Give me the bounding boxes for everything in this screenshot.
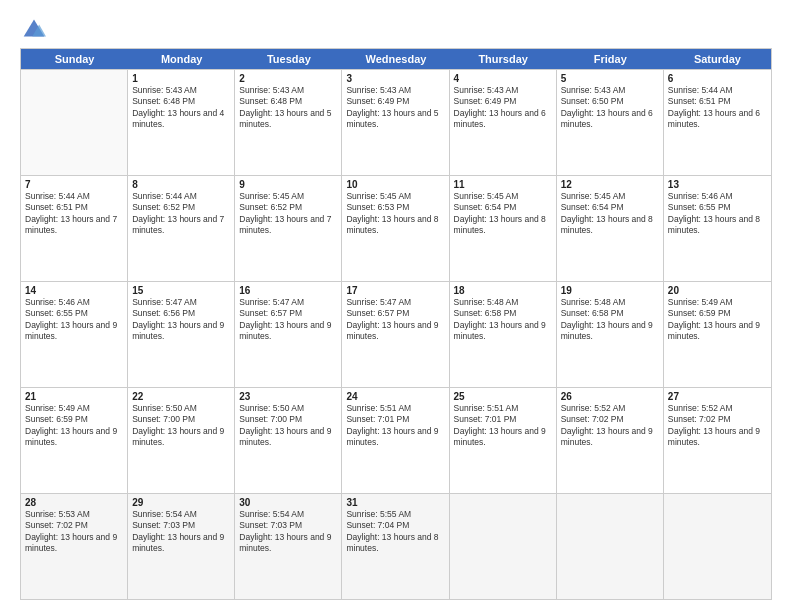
calendar-cell: 6Sunrise: 5:44 AMSunset: 6:51 PMDaylight… (664, 70, 771, 175)
header-day-sunday: Sunday (21, 49, 128, 69)
page: SundayMondayTuesdayWednesdayThursdayFrid… (0, 0, 792, 612)
header-day-saturday: Saturday (664, 49, 771, 69)
day-number: 22 (132, 391, 230, 402)
day-info: Sunrise: 5:48 AMSunset: 6:58 PMDaylight:… (561, 297, 659, 343)
day-number: 24 (346, 391, 444, 402)
day-info: Sunrise: 5:43 AMSunset: 6:49 PMDaylight:… (454, 85, 552, 131)
calendar-cell: 27Sunrise: 5:52 AMSunset: 7:02 PMDayligh… (664, 388, 771, 493)
day-info: Sunrise: 5:50 AMSunset: 7:00 PMDaylight:… (239, 403, 337, 449)
day-number: 17 (346, 285, 444, 296)
day-number: 4 (454, 73, 552, 84)
calendar-cell: 9Sunrise: 5:45 AMSunset: 6:52 PMDaylight… (235, 176, 342, 281)
calendar-row-5: 28Sunrise: 5:53 AMSunset: 7:02 PMDayligh… (21, 493, 771, 599)
logo-icon (20, 16, 48, 40)
calendar-cell: 28Sunrise: 5:53 AMSunset: 7:02 PMDayligh… (21, 494, 128, 599)
calendar-cell: 11Sunrise: 5:45 AMSunset: 6:54 PMDayligh… (450, 176, 557, 281)
day-info: Sunrise: 5:45 AMSunset: 6:52 PMDaylight:… (239, 191, 337, 237)
day-info: Sunrise: 5:52 AMSunset: 7:02 PMDaylight:… (668, 403, 767, 449)
calendar-row-4: 21Sunrise: 5:49 AMSunset: 6:59 PMDayligh… (21, 387, 771, 493)
calendar-header: SundayMondayTuesdayWednesdayThursdayFrid… (21, 49, 771, 69)
calendar-body: 1Sunrise: 5:43 AMSunset: 6:48 PMDaylight… (21, 69, 771, 599)
day-info: Sunrise: 5:46 AMSunset: 6:55 PMDaylight:… (668, 191, 767, 237)
day-number: 26 (561, 391, 659, 402)
day-info: Sunrise: 5:47 AMSunset: 6:57 PMDaylight:… (239, 297, 337, 343)
day-number: 16 (239, 285, 337, 296)
day-number: 2 (239, 73, 337, 84)
day-info: Sunrise: 5:51 AMSunset: 7:01 PMDaylight:… (454, 403, 552, 449)
day-info: Sunrise: 5:44 AMSunset: 6:51 PMDaylight:… (25, 191, 123, 237)
calendar-cell: 24Sunrise: 5:51 AMSunset: 7:01 PMDayligh… (342, 388, 449, 493)
calendar-cell: 15Sunrise: 5:47 AMSunset: 6:56 PMDayligh… (128, 282, 235, 387)
calendar-cell: 31Sunrise: 5:55 AMSunset: 7:04 PMDayligh… (342, 494, 449, 599)
header-day-wednesday: Wednesday (342, 49, 449, 69)
day-info: Sunrise: 5:52 AMSunset: 7:02 PMDaylight:… (561, 403, 659, 449)
day-info: Sunrise: 5:45 AMSunset: 6:54 PMDaylight:… (561, 191, 659, 237)
day-info: Sunrise: 5:51 AMSunset: 7:01 PMDaylight:… (346, 403, 444, 449)
calendar-cell: 21Sunrise: 5:49 AMSunset: 6:59 PMDayligh… (21, 388, 128, 493)
day-number: 27 (668, 391, 767, 402)
header (20, 16, 772, 40)
calendar-cell: 14Sunrise: 5:46 AMSunset: 6:55 PMDayligh… (21, 282, 128, 387)
day-info: Sunrise: 5:47 AMSunset: 6:56 PMDaylight:… (132, 297, 230, 343)
day-info: Sunrise: 5:54 AMSunset: 7:03 PMDaylight:… (132, 509, 230, 555)
day-info: Sunrise: 5:46 AMSunset: 6:55 PMDaylight:… (25, 297, 123, 343)
calendar-cell: 19Sunrise: 5:48 AMSunset: 6:58 PMDayligh… (557, 282, 664, 387)
calendar-cell: 8Sunrise: 5:44 AMSunset: 6:52 PMDaylight… (128, 176, 235, 281)
day-number: 5 (561, 73, 659, 84)
day-info: Sunrise: 5:43 AMSunset: 6:50 PMDaylight:… (561, 85, 659, 131)
day-number: 6 (668, 73, 767, 84)
calendar: SundayMondayTuesdayWednesdayThursdayFrid… (20, 48, 772, 600)
day-number: 15 (132, 285, 230, 296)
day-info: Sunrise: 5:49 AMSunset: 6:59 PMDaylight:… (25, 403, 123, 449)
day-info: Sunrise: 5:45 AMSunset: 6:53 PMDaylight:… (346, 191, 444, 237)
day-number: 19 (561, 285, 659, 296)
day-number: 28 (25, 497, 123, 508)
day-number: 18 (454, 285, 552, 296)
calendar-cell: 23Sunrise: 5:50 AMSunset: 7:00 PMDayligh… (235, 388, 342, 493)
day-number: 31 (346, 497, 444, 508)
calendar-cell: 10Sunrise: 5:45 AMSunset: 6:53 PMDayligh… (342, 176, 449, 281)
calendar-cell: 22Sunrise: 5:50 AMSunset: 7:00 PMDayligh… (128, 388, 235, 493)
day-info: Sunrise: 5:50 AMSunset: 7:00 PMDaylight:… (132, 403, 230, 449)
day-number: 10 (346, 179, 444, 190)
day-number: 3 (346, 73, 444, 84)
calendar-row-3: 14Sunrise: 5:46 AMSunset: 6:55 PMDayligh… (21, 281, 771, 387)
day-info: Sunrise: 5:43 AMSunset: 6:48 PMDaylight:… (239, 85, 337, 131)
calendar-cell: 16Sunrise: 5:47 AMSunset: 6:57 PMDayligh… (235, 282, 342, 387)
calendar-row-1: 1Sunrise: 5:43 AMSunset: 6:48 PMDaylight… (21, 69, 771, 175)
day-number: 25 (454, 391, 552, 402)
day-info: Sunrise: 5:54 AMSunset: 7:03 PMDaylight:… (239, 509, 337, 555)
day-number: 30 (239, 497, 337, 508)
day-number: 7 (25, 179, 123, 190)
day-info: Sunrise: 5:43 AMSunset: 6:49 PMDaylight:… (346, 85, 444, 131)
calendar-cell: 18Sunrise: 5:48 AMSunset: 6:58 PMDayligh… (450, 282, 557, 387)
calendar-cell: 30Sunrise: 5:54 AMSunset: 7:03 PMDayligh… (235, 494, 342, 599)
calendar-cell: 26Sunrise: 5:52 AMSunset: 7:02 PMDayligh… (557, 388, 664, 493)
day-number: 9 (239, 179, 337, 190)
calendar-cell: 17Sunrise: 5:47 AMSunset: 6:57 PMDayligh… (342, 282, 449, 387)
day-number: 23 (239, 391, 337, 402)
day-number: 29 (132, 497, 230, 508)
day-number: 13 (668, 179, 767, 190)
calendar-cell: 5Sunrise: 5:43 AMSunset: 6:50 PMDaylight… (557, 70, 664, 175)
calendar-cell (450, 494, 557, 599)
header-day-tuesday: Tuesday (235, 49, 342, 69)
day-number: 8 (132, 179, 230, 190)
header-day-friday: Friday (557, 49, 664, 69)
day-number: 12 (561, 179, 659, 190)
day-number: 20 (668, 285, 767, 296)
header-day-thursday: Thursday (450, 49, 557, 69)
day-info: Sunrise: 5:47 AMSunset: 6:57 PMDaylight:… (346, 297, 444, 343)
calendar-cell: 4Sunrise: 5:43 AMSunset: 6:49 PMDaylight… (450, 70, 557, 175)
calendar-cell: 1Sunrise: 5:43 AMSunset: 6:48 PMDaylight… (128, 70, 235, 175)
day-info: Sunrise: 5:49 AMSunset: 6:59 PMDaylight:… (668, 297, 767, 343)
calendar-cell: 20Sunrise: 5:49 AMSunset: 6:59 PMDayligh… (664, 282, 771, 387)
calendar-cell: 7Sunrise: 5:44 AMSunset: 6:51 PMDaylight… (21, 176, 128, 281)
calendar-cell: 25Sunrise: 5:51 AMSunset: 7:01 PMDayligh… (450, 388, 557, 493)
day-info: Sunrise: 5:44 AMSunset: 6:51 PMDaylight:… (668, 85, 767, 131)
day-info: Sunrise: 5:43 AMSunset: 6:48 PMDaylight:… (132, 85, 230, 131)
header-day-monday: Monday (128, 49, 235, 69)
day-info: Sunrise: 5:53 AMSunset: 7:02 PMDaylight:… (25, 509, 123, 555)
day-number: 1 (132, 73, 230, 84)
day-info: Sunrise: 5:45 AMSunset: 6:54 PMDaylight:… (454, 191, 552, 237)
